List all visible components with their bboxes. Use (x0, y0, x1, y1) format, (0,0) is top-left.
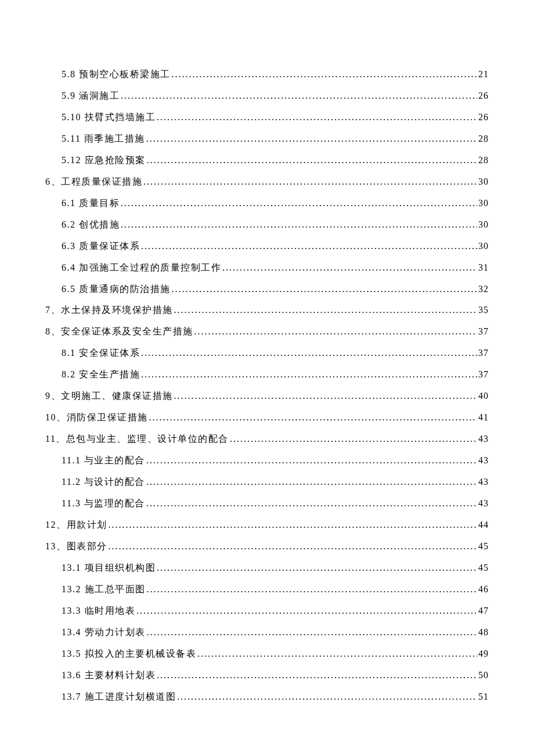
toc-leader-dots (146, 450, 477, 471)
toc-entry: 11.3 与监理的配合43 (45, 493, 489, 514)
toc-entry-page: 45 (478, 536, 489, 557)
toc-leader-dots (141, 236, 477, 257)
toc-entry-page: 50 (478, 665, 489, 686)
toc-entry-label: 8.2 安全生产措施 (62, 364, 140, 386)
toc-leader-dots (143, 171, 477, 193)
toc-entry: 13.2 施工总平面图 46 (45, 579, 489, 600)
toc-entry-label: 10、消防保卫保证措施 (45, 407, 148, 429)
toc-entry: 13.3 临时用地表 47 (45, 600, 489, 622)
toc-entry-label: 6、工程质量保证措施 (45, 171, 142, 193)
toc-entry-label: 5.9 涵洞施工 (62, 85, 120, 107)
toc-entry-page: 48 (478, 622, 489, 643)
toc-entry-page: 32 (478, 279, 489, 300)
toc-entry-page: 37 (478, 343, 489, 364)
toc-entry: 6.2 创优措施 30 (45, 214, 489, 236)
toc-entry-label: 13.3 临时用地表 (62, 600, 135, 622)
toc-leader-dots (141, 364, 477, 386)
toc-entry-page: 26 (478, 85, 489, 107)
toc-leader-dots (197, 643, 477, 665)
toc-leader-dots (121, 193, 477, 214)
toc-leader-dots (147, 150, 478, 171)
toc-entry: 5.11 雨季施工措施 28 (45, 128, 489, 150)
toc-entry-label: 11.2 与设计的配合 (62, 471, 145, 493)
toc-entry-page: 28 (478, 128, 489, 150)
toc-leader-dots (109, 536, 478, 557)
toc-entry: 6.5 质量通病的防治措施 32 (45, 279, 489, 300)
toc-entry-label: 12、用款计划 (45, 514, 107, 536)
toc-entry-label: 13.2 施工总平面图 (62, 579, 146, 600)
toc-leader-dots (109, 514, 478, 536)
toc-entry-label: 13.1 项目组织机构图 (62, 557, 156, 579)
toc-entry-page: 28 (478, 150, 489, 171)
toc-entry-page: 43 (478, 471, 489, 493)
toc-leader-dots (194, 321, 478, 343)
toc-entry: 10、消防保卫保证措施41 (45, 407, 489, 429)
toc-entry: 13.1 项目组织机构图 45 (45, 557, 489, 579)
toc-entry: 5.9 涵洞施工 26 (45, 85, 489, 107)
toc-entry: 6.3 质量保证体系 30 (45, 236, 489, 257)
toc-entry-page: 43 (478, 450, 489, 471)
toc-entry-label: 6.3 质量保证体系 (62, 236, 140, 257)
toc-entry: 6、工程质量保证措施30 (45, 171, 489, 193)
toc-entry-label: 5.11 雨季施工措施 (62, 128, 145, 150)
toc-entry: 13.4 劳动力计划表 48 (45, 622, 489, 643)
toc-entry: 5.8 预制空心板桥梁施工 21 (45, 64, 489, 85)
toc-entry-page: 31 (478, 257, 489, 279)
toc-entry: 11、总包与业主、监理、设计单位的配合43 (45, 429, 489, 450)
toc-leader-dots (172, 64, 478, 85)
toc-leader-dots (121, 85, 477, 107)
toc-leader-dots (157, 665, 477, 686)
toc-entry: 13.7 施工进度计划横道图 51 (45, 686, 489, 708)
toc-entry-label: 6.1 质量目标 (62, 193, 120, 214)
toc-leader-dots (141, 343, 477, 364)
toc-entry: 13.6 主要材料计划表 50 (45, 665, 489, 686)
toc-entry-label: 8、安全保证体系及安全生产措施 (45, 321, 193, 343)
toc-entry-page: 46 (478, 579, 489, 600)
toc-entry-page: 43 (478, 429, 489, 450)
toc-entry-page: 40 (478, 386, 489, 407)
toc-entry-page: 26 (478, 107, 489, 128)
toc-entry-page: 21 (478, 64, 489, 85)
toc-entry-label: 5.12 应急抢险预案 (62, 150, 146, 171)
toc-leader-dots (136, 600, 477, 622)
toc-leader-dots (174, 300, 478, 321)
toc-entry-label: 13.7 施工进度计划横道图 (62, 686, 176, 708)
toc-leader-dots (172, 279, 478, 300)
toc-leader-dots (157, 557, 477, 579)
toc-entry-label: 13.4 劳动力计划表 (62, 622, 146, 643)
toc-entry-page: 41 (478, 407, 489, 429)
toc-leader-dots (121, 214, 477, 236)
toc-entry-page: 49 (478, 643, 489, 665)
toc-entry-page: 51 (478, 686, 489, 708)
toc-entry: 6.1 质量目标 30 (45, 193, 489, 214)
toc-leader-dots (149, 407, 478, 429)
toc-leader-dots (146, 493, 477, 514)
toc-entry-page: 30 (478, 214, 489, 236)
toc-entry-label: 6.5 质量通病的防治措施 (62, 279, 171, 300)
toc-entry: 11.2 与设计的配合 43 (45, 471, 489, 493)
toc-entry: 5.10 扶臂式挡墙施工 26 (45, 107, 489, 128)
toc-entry: 12、用款计划44 (45, 514, 489, 536)
toc-entry-label: 6.4 加强施工全过程的质量控制工作 (62, 257, 221, 279)
toc-entry-label: 13.5 拟投入的主要机械设备表 (62, 643, 196, 665)
toc-entry-page: 35 (478, 300, 489, 321)
toc-entry-label: 6.2 创优措施 (62, 214, 120, 236)
toc-leader-dots (157, 107, 477, 128)
toc-leader-dots (174, 386, 478, 407)
toc-entry: 5.12 应急抢险预案 28 (45, 150, 489, 171)
toc-entry-label: 8.1 安全保证体系 (62, 343, 140, 364)
toc-leader-dots (222, 257, 477, 279)
toc-entry-label: 11.3 与监理的配合 (62, 493, 145, 514)
toc-leader-dots (146, 471, 477, 493)
toc-entry: 9、文明施工、健康保证措施40 (45, 386, 489, 407)
toc-entry-page: 30 (478, 193, 489, 214)
toc-entry-page: 37 (478, 321, 489, 343)
toc-entry-label: 13.6 主要材料计划表 (62, 665, 156, 686)
toc-entry: 7、水土保持及环境保护措施35 (45, 300, 489, 321)
toc-entry: 8.2 安全生产措施 37 (45, 364, 489, 386)
toc-entry-page: 37 (478, 364, 489, 386)
toc-entry-label: 5.8 预制空心板桥梁施工 (62, 64, 171, 85)
toc-entry-label: 11、总包与业主、监理、设计单位的配合 (45, 429, 229, 450)
toc-entry: 13.5 拟投入的主要机械设备表 49 (45, 643, 489, 665)
toc-entry-page: 43 (478, 493, 489, 514)
